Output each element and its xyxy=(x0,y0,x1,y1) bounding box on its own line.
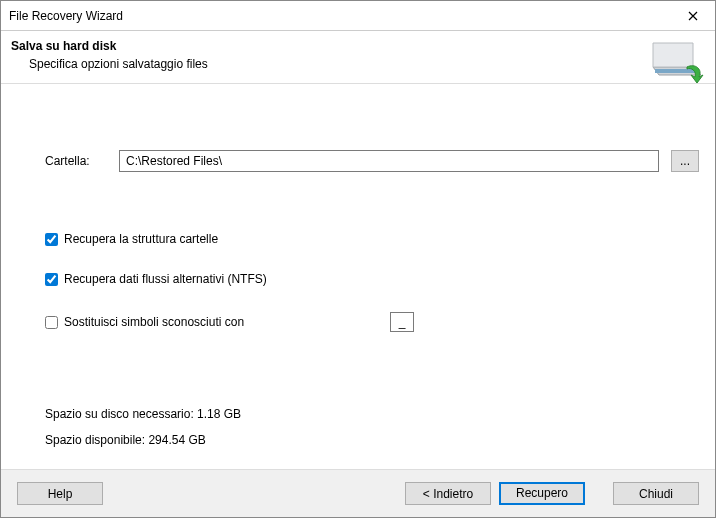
folder-row: Cartella: ... xyxy=(17,150,699,172)
replace-symbols-checkbox[interactable] xyxy=(45,316,58,329)
wizard-header: Salva su hard disk Specifica opzioni sal… xyxy=(1,31,715,83)
replace-symbols-row: Sostituisci simboli sconosciuti con xyxy=(45,312,699,332)
wizard-body: Cartella: ... Recupera la struttura cart… xyxy=(1,83,715,469)
recover-streams-checkbox[interactable] xyxy=(45,273,58,286)
svg-rect-0 xyxy=(655,69,695,73)
folder-label: Cartella: xyxy=(17,154,107,168)
wizard-footer: Help < Indietro Recupero Chiudi xyxy=(1,469,715,517)
window-title: File Recovery Wizard xyxy=(9,9,671,23)
disk-info: Spazio su disco necessario: 1.18 GB Spaz… xyxy=(45,407,241,447)
disk-available: Spazio disponibile: 294.54 GB xyxy=(45,433,241,447)
disk-required: Spazio su disco necessario: 1.18 GB xyxy=(45,407,241,421)
hard-disk-save-icon xyxy=(649,37,705,83)
close-button[interactable]: Chiudi xyxy=(613,482,699,505)
recover-structure-checkbox[interactable] xyxy=(45,233,58,246)
help-button[interactable]: Help xyxy=(17,482,103,505)
replace-symbols-label[interactable]: Sostituisci simboli sconosciuti con xyxy=(64,315,244,329)
recover-streams-row: Recupera dati flussi alternativi (NTFS) xyxy=(45,272,699,286)
page-title: Salva su hard disk xyxy=(11,39,699,53)
back-button[interactable]: < Indietro xyxy=(405,482,491,505)
symbol-input[interactable] xyxy=(390,312,414,332)
recover-streams-label[interactable]: Recupera dati flussi alternativi (NTFS) xyxy=(64,272,267,286)
recover-button[interactable]: Recupero xyxy=(499,482,585,505)
folder-input[interactable] xyxy=(119,150,659,172)
titlebar: File Recovery Wizard xyxy=(1,1,715,31)
recover-structure-row: Recupera la struttura cartelle xyxy=(45,232,699,246)
page-subtitle: Specifica opzioni salvataggio files xyxy=(29,57,699,71)
recover-structure-label[interactable]: Recupera la struttura cartelle xyxy=(64,232,218,246)
close-icon[interactable] xyxy=(671,1,715,31)
browse-button[interactable]: ... xyxy=(671,150,699,172)
